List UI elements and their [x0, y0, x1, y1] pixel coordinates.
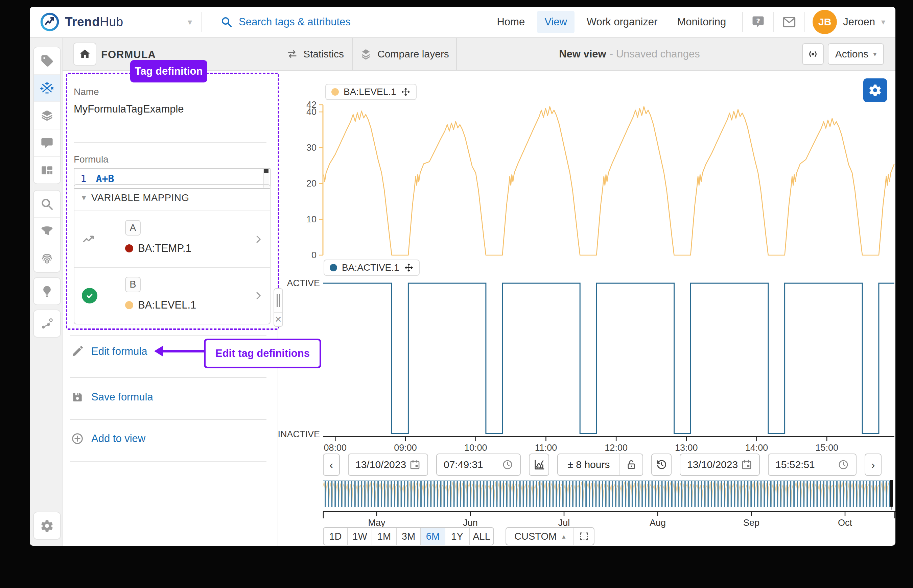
save-formula-button[interactable]: Save formula — [71, 383, 270, 411]
svg-text:20: 20 — [306, 178, 317, 189]
range-button-1y[interactable]: 1Y — [445, 528, 470, 545]
range-button-1m[interactable]: 1M — [372, 528, 397, 545]
actions-button[interactable]: Actions ▾ — [828, 43, 884, 65]
sidebar-item-search[interactable] — [34, 191, 60, 217]
move-icon[interactable] — [401, 87, 411, 97]
custom-range-button[interactable]: CUSTOM ▴ — [506, 528, 573, 545]
screenshot-frame: TrendHub ▾ Search tags & attributes Home… — [0, 0, 913, 588]
start-time-field[interactable]: 07:49:31 — [436, 454, 521, 476]
live-mode-button[interactable] — [802, 43, 824, 65]
chart-active-trend[interactable]: ACTIVEINACTIVE08:0009:0010:0011:0012:001… — [277, 267, 895, 451]
calendar-icon — [741, 459, 753, 470]
sidebar-item-filter[interactable] — [34, 217, 60, 245]
svg-text:10: 10 — [306, 214, 317, 225]
clock-icon — [838, 459, 849, 470]
history-button[interactable] — [651, 454, 672, 476]
layers-diamond-icon — [360, 48, 372, 60]
svg-text:INACTIVE: INACTIVE — [278, 429, 320, 439]
chevron-down-icon[interactable]: ▾ — [188, 17, 192, 27]
pencil-icon — [71, 345, 84, 358]
range-button-all[interactable]: ALL — [470, 528, 493, 545]
range-button-6m[interactable]: 6M — [421, 528, 445, 545]
sidebar-item-layers[interactable] — [34, 102, 60, 129]
sidebar-item-comment[interactable] — [34, 129, 60, 156]
sidebar-group — [33, 512, 61, 540]
panel-close-button[interactable]: ✕ — [274, 313, 282, 326]
clock-icon — [502, 459, 513, 470]
add-to-view-button[interactable]: Add to view — [71, 425, 270, 453]
lock-duration-button[interactable] — [620, 454, 643, 475]
brand-block[interactable]: TrendHub ▾ — [30, 12, 201, 32]
mail-button[interactable] — [774, 12, 805, 32]
drag-grip-icon[interactable] — [274, 289, 282, 313]
timeline-scrubber[interactable] — [321, 480, 895, 510]
end-time-field[interactable]: 15:52:51 — [768, 454, 856, 476]
search-icon — [40, 197, 54, 211]
divider — [70, 335, 267, 336]
legend-chip-level[interactable]: BA:LEVEL.1 — [325, 84, 417, 100]
formula-icon — [40, 81, 54, 95]
sidebar-item-gear[interactable] — [34, 512, 60, 539]
chevron-right-icon[interactable] — [253, 290, 264, 301]
nav-item-home[interactable]: Home — [489, 11, 532, 33]
range-button-1d[interactable]: 1D — [324, 528, 348, 545]
svg-text:11:00: 11:00 — [535, 443, 557, 451]
search-icon — [220, 16, 233, 28]
sidebar-item-layout[interactable] — [34, 156, 60, 184]
user-menu[interactable]: JB Jeroen ▾ — [813, 10, 885, 34]
calendar-icon — [409, 459, 421, 470]
panel-resize-handle[interactable]: ✕ — [274, 288, 283, 327]
sidebar-item-tag[interactable] — [34, 47, 60, 74]
end-date-field[interactable]: 13/10/2023 — [680, 454, 760, 476]
variable-mapping-header[interactable]: ▾ VARIABLE MAPPING — [74, 185, 270, 211]
home-button[interactable] — [73, 43, 96, 66]
calendar-icon — [741, 459, 753, 470]
chart-settings-button[interactable] — [863, 78, 887, 102]
divider — [74, 142, 267, 142]
chart-level-trend[interactable]: 42403020100 — [277, 81, 895, 265]
start-date-value: 13/10/2023 — [355, 459, 406, 470]
nav-item-monitoring[interactable]: Monitoring — [670, 11, 733, 33]
custom-range-label: CUSTOM — [514, 531, 557, 542]
divider — [70, 377, 267, 378]
chevron-right-icon[interactable] — [253, 234, 264, 245]
live-mode-icon — [806, 48, 819, 60]
pan-left-button[interactable]: ‹ — [323, 454, 340, 476]
sidebar-item-formula[interactable] — [34, 74, 60, 102]
svg-text:08:00: 08:00 — [324, 443, 347, 451]
app-window: TrendHub ▾ Search tags & attributes Home… — [30, 7, 895, 546]
move-icon[interactable] — [404, 263, 414, 272]
divider — [70, 419, 267, 420]
help-button[interactable]: ? — [743, 12, 773, 32]
timeline-month-axis: MayJunJulAugSepOct — [321, 510, 895, 530]
sidebar-item-share[interactable] — [34, 310, 60, 337]
help-icon: ? — [751, 15, 766, 29]
start-date-field[interactable]: 13/10/2023 — [348, 454, 428, 476]
duration-button[interactable]: ± 8 hours — [558, 454, 620, 475]
range-button-3m[interactable]: 3M — [397, 528, 421, 545]
pan-right-button[interactable]: › — [864, 454, 882, 476]
sidebar-item-fingerprint[interactable] — [34, 245, 60, 272]
variable-row-b[interactable]: B BA:LEVEL.1 — [74, 267, 270, 324]
search-input[interactable]: Search tags & attributes — [202, 16, 489, 28]
name-value[interactable]: MyFormulaTagExample — [74, 103, 184, 115]
scrubber-handle[interactable] — [890, 480, 893, 507]
duration-value: ± 8 hours — [568, 459, 610, 470]
custom-range-group: CUSTOM ▴ — [505, 527, 594, 545]
end-date-value: 13/10/2023 — [687, 459, 738, 470]
fit-view-button[interactable] — [573, 528, 594, 545]
svg-text:Jun: Jun — [463, 518, 478, 528]
compare-layers-button[interactable]: Compare layers — [353, 38, 457, 70]
statistics-button[interactable]: Statistics — [278, 38, 353, 70]
view-status: - Unsaved changes — [610, 48, 700, 60]
variable-mapping-title: VARIABLE MAPPING — [91, 192, 189, 204]
main-nav: HomeViewWork organizerMonitoring — [489, 11, 733, 33]
range-button-1w[interactable]: 1W — [348, 528, 372, 545]
legend-chip-active[interactable]: BA:ACTIVE.1 — [324, 260, 420, 276]
nav-item-work-organizer[interactable]: Work organizer — [579, 11, 665, 33]
nav-item-view[interactable]: View — [537, 11, 575, 33]
sidebar-item-bulb[interactable] — [34, 278, 60, 304]
variable-row-a[interactable]: A BA:TEMP.1 — [74, 211, 270, 267]
sidebar-rail — [30, 38, 63, 546]
trend-context-button[interactable] — [529, 454, 549, 476]
